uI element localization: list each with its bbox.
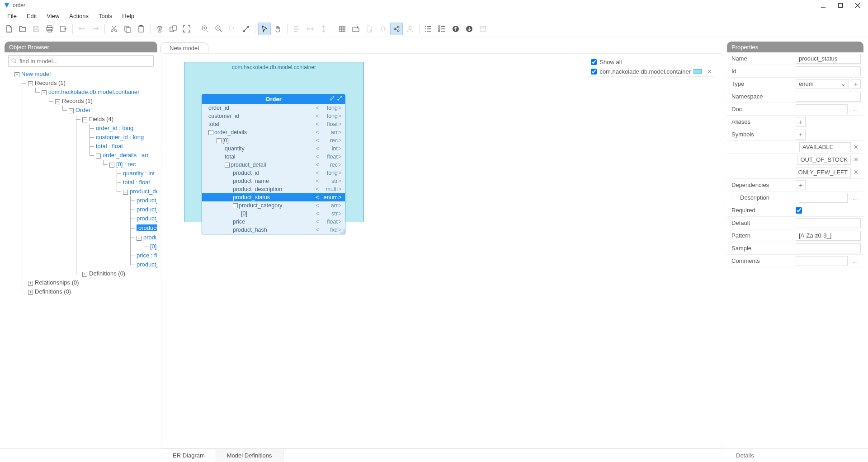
entity-row[interactable]: total<float> [202, 153, 345, 161]
menu-edit[interactable]: Edit [22, 12, 41, 20]
entity-order[interactable]: Order order_id<long>customer_id<long>tot… [202, 94, 345, 234]
add-symbol-button[interactable]: + [796, 130, 806, 140]
menu-actions[interactable]: Actions [65, 12, 93, 20]
tree-toggle[interactable]: − [42, 90, 47, 95]
prop-id-input[interactable] [796, 66, 861, 76]
details-tab[interactable]: Details [727, 452, 868, 459]
model-tab[interactable]: New model [160, 42, 208, 53]
tree-toggle[interactable]: − [14, 72, 19, 77]
duplicate-icon[interactable] [167, 23, 179, 35]
entity-row[interactable]: -product_detail<rec> [202, 161, 345, 169]
tree-order[interactable]: Order [75, 107, 90, 113]
row-toggle[interactable]: - [217, 138, 222, 143]
prop-default-input[interactable] [796, 218, 861, 228]
entity-row[interactable]: product_name<str> [202, 177, 345, 185]
tree-records[interactable]: Records (1) [35, 79, 66, 86]
distribute-v-icon[interactable] [317, 23, 330, 35]
show-container-checkbox[interactable] [591, 69, 597, 75]
tree-definitions[interactable]: Definitions (0) [89, 270, 125, 277]
entity-row[interactable]: product_description<multi> [202, 185, 345, 193]
list-ordered-icon[interactable] [436, 23, 448, 35]
prop-doc-input[interactable] [796, 104, 848, 114]
tree-item[interactable]: total : float [123, 179, 150, 186]
menu-tools[interactable]: Tools [94, 12, 117, 20]
tree-item[interactable]: product_detail : rec [130, 188, 157, 195]
tree-toggle[interactable]: − [55, 99, 60, 104]
container-box[interactable]: com.hackolade.db.model.container Order o… [184, 62, 364, 222]
tree-item[interactable]: order_details : arr [103, 152, 149, 159]
entity-row[interactable]: -[0]<rec> [202, 136, 345, 145]
save-icon[interactable] [30, 23, 42, 35]
entity-row[interactable]: [0]<str> [202, 210, 345, 218]
tree-root[interactable]: New model [21, 70, 51, 77]
edit-icon[interactable] [330, 96, 335, 101]
tree-toggle[interactable]: − [109, 163, 114, 168]
add-alias-button[interactable]: + [796, 117, 806, 127]
move-up-icon[interactable] [449, 23, 462, 35]
cut-icon[interactable] [108, 23, 120, 35]
pointer-tool-icon[interactable] [258, 23, 271, 35]
expand-icon[interactable] [240, 23, 252, 35]
export-icon[interactable] [57, 23, 70, 35]
tree-item[interactable]: quantity : int [123, 170, 155, 177]
tree-toggle[interactable]: − [96, 154, 101, 159]
prop-type-select[interactable]: enum⌄ [796, 79, 849, 89]
share-icon[interactable] [390, 23, 403, 35]
add-container-icon[interactable] [349, 23, 362, 35]
menu-file[interactable]: File [3, 12, 21, 20]
menu-view[interactable]: View [42, 12, 64, 20]
user-icon[interactable] [404, 23, 416, 35]
symbol-value[interactable]: AVAILABLE [799, 142, 851, 152]
prop-namespace-input[interactable] [796, 92, 861, 102]
tree-item[interactable]: [0] : str [150, 243, 157, 250]
add-type-button[interactable]: + [851, 79, 861, 89]
entity-row[interactable]: order_id<long> [202, 104, 345, 112]
prop-name-input[interactable] [796, 54, 861, 64]
tree-toggle[interactable]: − [28, 81, 33, 86]
tree-definitions-root[interactable]: Definitions (0) [35, 288, 71, 295]
tree-relationships[interactable]: Relationships (0) [35, 279, 79, 286]
row-toggle[interactable]: - [233, 203, 238, 208]
tree-item[interactable]: customer_id : long [96, 134, 144, 140]
maximize-icon[interactable] [837, 2, 844, 9]
more-icon[interactable]: … [849, 194, 861, 201]
row-toggle[interactable]: - [208, 130, 213, 135]
minimize-icon[interactable] [820, 2, 826, 9]
drag-grip-icon[interactable]: ⋮ [727, 195, 736, 201]
tree-item-selected[interactable]: product_status : enum [137, 224, 157, 231]
undo-icon[interactable] [75, 23, 88, 35]
remove-icon[interactable]: ✕ [707, 68, 712, 75]
tree-item[interactable]: product_category : ar [143, 234, 157, 241]
prop-pattern-input[interactable] [796, 231, 861, 241]
tree-item[interactable]: product_name : str [137, 206, 157, 213]
new-file-icon[interactable] [3, 23, 15, 35]
prop-comments-input[interactable] [796, 256, 848, 266]
zoom-icon[interactable] [226, 23, 239, 35]
tree-item[interactable]: total : float [96, 143, 123, 149]
tab-model-definitions[interactable]: Model Definitions [216, 449, 283, 462]
tree-item[interactable]: product_hash : fxd [137, 261, 157, 268]
tree-toggle[interactable]: − [69, 108, 74, 113]
more-icon[interactable]: … [849, 257, 861, 264]
tree-item[interactable]: [0] : rec [116, 161, 136, 168]
save-layout-icon[interactable] [476, 23, 489, 35]
tab-er-diagram[interactable]: ER Diagram [162, 449, 216, 462]
entity-row[interactable]: product_hash<fxd> [202, 226, 345, 234]
align-left-icon[interactable] [290, 23, 303, 35]
resize-handle[interactable] [340, 229, 344, 233]
distribute-h-icon[interactable] [304, 23, 316, 35]
remove-symbol-icon[interactable]: ✕ [851, 144, 861, 150]
tree-container[interactable]: com.hackolade.db.model.container [48, 89, 140, 95]
diagram-canvas[interactable]: com.hackolade.db.model.container Order o… [161, 53, 723, 448]
row-toggle[interactable]: - [225, 163, 230, 168]
hand-tool-icon[interactable] [272, 23, 284, 35]
prop-sample-input[interactable] [796, 243, 861, 253]
copy-icon[interactable] [121, 23, 134, 35]
grid-icon[interactable] [336, 23, 349, 35]
entity-row[interactable]: total<float> [202, 120, 345, 128]
close-icon[interactable] [854, 2, 861, 9]
entity-row[interactable]: quantity<int> [202, 145, 345, 153]
tree-toggle[interactable]: + [82, 272, 87, 277]
add-document-icon[interactable] [363, 23, 376, 35]
tree-records-sub[interactable]: Records (1) [62, 98, 93, 104]
